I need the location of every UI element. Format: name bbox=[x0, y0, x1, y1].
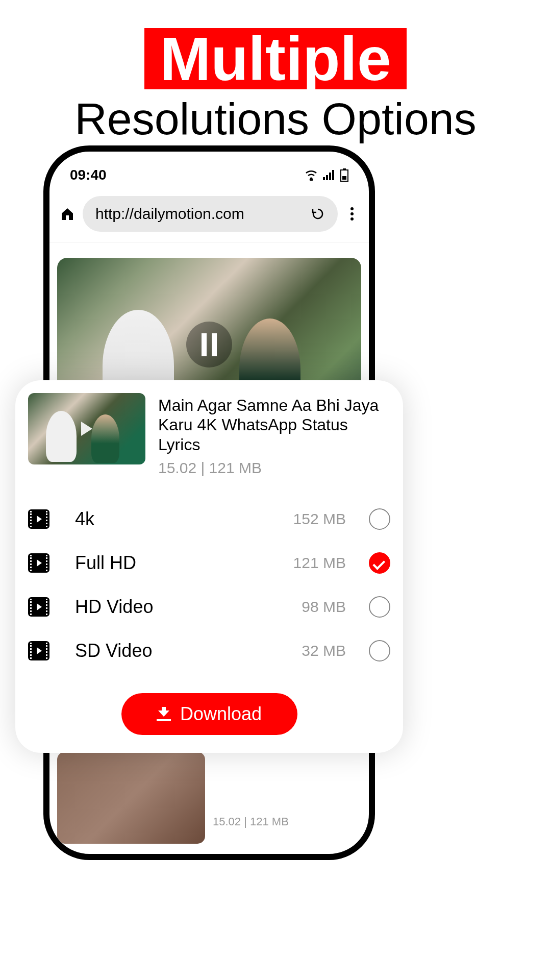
resolution-option-sd[interactable]: SD Video 32 MB bbox=[28, 629, 390, 673]
play-icon bbox=[81, 422, 92, 436]
option-label: Full HD bbox=[75, 552, 293, 574]
resolution-option-hd[interactable]: HD Video 98 MB bbox=[28, 585, 390, 629]
url-text: http://dailymotion.com bbox=[95, 205, 311, 223]
signal-icon bbox=[323, 170, 335, 180]
video-file-icon bbox=[28, 597, 49, 617]
option-radio[interactable] bbox=[369, 508, 390, 530]
option-radio[interactable] bbox=[369, 596, 390, 618]
option-label: SD Video bbox=[75, 640, 302, 662]
sheet-header: Main Agar Samne Aa Bhi Jaya Karu 4K What… bbox=[15, 393, 403, 477]
url-bar[interactable]: http://dailymotion.com bbox=[83, 196, 338, 232]
video-meta: 15.02 | 121 MB bbox=[158, 459, 390, 477]
option-size: 152 MB bbox=[293, 510, 346, 528]
next-video-meta: 15.02 | 121 MB bbox=[213, 815, 289, 828]
option-label: HD Video bbox=[75, 596, 302, 618]
pause-button[interactable] bbox=[186, 322, 232, 368]
resolution-option-fullhd[interactable]: Full HD 121 MB bbox=[28, 541, 390, 585]
status-bar: 09:40 bbox=[49, 152, 369, 191]
more-options-icon[interactable] bbox=[345, 207, 359, 220]
option-label: 4k bbox=[75, 508, 293, 530]
status-icons bbox=[305, 168, 348, 182]
option-radio[interactable] bbox=[369, 552, 390, 574]
wifi-icon bbox=[305, 169, 318, 181]
video-file-icon bbox=[28, 641, 49, 660]
promo-headline: Multiple Resolutions Options bbox=[0, 0, 551, 144]
video-info: Main Agar Samne Aa Bhi Jaya Karu 4K What… bbox=[158, 393, 390, 477]
option-size: 121 MB bbox=[293, 554, 346, 572]
option-radio[interactable] bbox=[369, 640, 390, 662]
download-label: Download bbox=[180, 703, 262, 725]
option-size: 98 MB bbox=[302, 598, 346, 616]
resolution-sheet: Main Agar Samne Aa Bhi Jaya Karu 4K What… bbox=[15, 380, 403, 753]
browser-toolbar: http://dailymotion.com bbox=[49, 191, 369, 242]
next-video-thumbnail[interactable] bbox=[57, 752, 205, 844]
option-size: 32 MB bbox=[302, 642, 346, 659]
download-icon bbox=[157, 707, 171, 721]
video-file-icon bbox=[28, 509, 49, 529]
headline-highlight: Multiple bbox=[144, 28, 406, 89]
headline-subtitle: Resolutions Options bbox=[0, 94, 551, 144]
svg-rect-3 bbox=[329, 173, 331, 180]
download-button[interactable]: Download bbox=[121, 693, 297, 735]
resolution-option-4k[interactable]: 4k 152 MB bbox=[28, 497, 390, 541]
battery-icon bbox=[340, 168, 348, 182]
svg-rect-2 bbox=[326, 175, 328, 180]
reload-icon[interactable] bbox=[311, 207, 325, 221]
resolution-options: 4k 152 MB Full HD 121 MB HD Video 98 MB … bbox=[15, 477, 403, 683]
svg-rect-4 bbox=[332, 170, 334, 180]
video-title: Main Agar Samne Aa Bhi Jaya Karu 4K What… bbox=[158, 396, 390, 454]
svg-rect-1 bbox=[323, 177, 325, 180]
svg-point-0 bbox=[310, 178, 313, 180]
svg-rect-7 bbox=[342, 176, 346, 180]
video-thumbnail[interactable] bbox=[28, 393, 145, 464]
home-icon[interactable] bbox=[60, 206, 75, 222]
video-file-icon bbox=[28, 553, 49, 573]
status-time: 09:40 bbox=[70, 167, 107, 183]
